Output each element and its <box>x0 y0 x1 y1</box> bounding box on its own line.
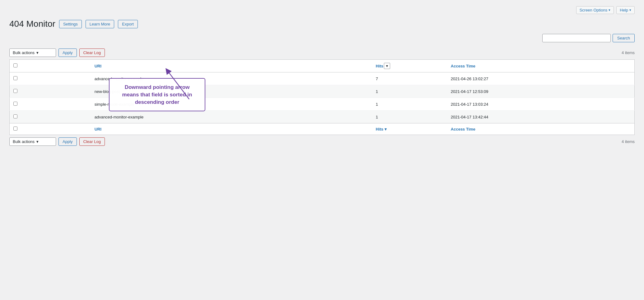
uri-sort-link-footer[interactable]: URI <box>95 127 101 132</box>
chevron-down-icon: ▾ <box>36 50 39 55</box>
select-all-checkbox-top[interactable] <box>13 63 17 67</box>
header-checkbox-col <box>10 60 91 72</box>
sort-desc-arrow-icon: ▾ <box>386 64 388 68</box>
bulk-actions-dropdown-bottom[interactable]: Bulk actions ▾ <box>9 137 56 146</box>
help-button[interactable]: Help ▾ <box>616 6 635 14</box>
chevron-down-icon: ▾ <box>36 139 39 144</box>
select-all-checkbox-bottom[interactable] <box>13 127 17 131</box>
footer-hits: Hits ▾ <box>372 123 447 135</box>
settings-button[interactable]: Settings <box>59 20 82 28</box>
access-time-sort-link[interactable]: Access Time <box>451 64 475 68</box>
row-checkbox[interactable] <box>13 89 17 93</box>
row-access-time: 2021-04-17 13:42:44 <box>447 111 635 123</box>
row-access-time: 2021-04-26 13:02:27 <box>447 72 635 85</box>
help-label: Help <box>620 8 628 12</box>
apply-button-bottom[interactable]: Apply <box>58 137 77 146</box>
header-uri: URI <box>91 60 372 72</box>
row-access-time: 2021-04-17 12:53:09 <box>447 85 635 98</box>
clear-log-button-top[interactable]: Clear Log <box>79 48 105 57</box>
page-header: 404 Monitor Settings Learn More Export <box>9 19 635 29</box>
top-toolbar: Bulk actions ▾ Apply Clear Log 4 items <box>9 46 635 59</box>
footer-access-time: Access Time <box>447 123 635 135</box>
row-checkbox-col <box>10 85 91 98</box>
search-input[interactable] <box>542 34 611 42</box>
items-count-bottom: 4 items <box>622 139 635 144</box>
header-access-time: Access Time <box>447 60 635 72</box>
bulk-actions-label-bottom: Bulk actions <box>13 139 35 144</box>
hits-sort-link-footer[interactable]: Hits ▾ <box>376 127 387 132</box>
search-button[interactable]: Search <box>613 34 635 42</box>
bottom-toolbar: Bulk actions ▾ Apply Clear Log 4 items <box>9 135 635 148</box>
row-uri: advanced-monitor-example <box>91 111 372 123</box>
search-row: Search <box>9 34 635 42</box>
apply-button-top[interactable]: Apply <box>58 48 77 57</box>
row-hits: 1 <box>372 98 447 111</box>
screen-options-label: Screen Options <box>580 8 608 12</box>
row-hits: 1 <box>372 111 447 123</box>
uri-sort-link[interactable]: URI <box>95 64 101 68</box>
export-button[interactable]: Export <box>118 20 138 28</box>
row-checkbox-col <box>10 72 91 85</box>
footer-uri: URI <box>91 123 372 135</box>
bulk-actions-label: Bulk actions <box>13 50 35 55</box>
table-row: new-blog-post 1 2021-04-17 12:53:09 <box>10 85 635 98</box>
row-hits: 1 <box>372 85 447 98</box>
table-row: advanced-monitor-example 1 2021-04-17 13… <box>10 111 635 123</box>
page-title: 404 Monitor <box>9 19 55 29</box>
screen-options-button[interactable]: Screen Options ▾ <box>576 6 614 14</box>
row-checkbox-col <box>10 98 91 111</box>
table-footer-row: URI Hits ▾ Access Time <box>10 123 635 135</box>
table-header-row: URI Hits ▾ Access Time <box>10 60 635 72</box>
annotation-text: Downward pointing arrow means that field… <box>116 84 198 106</box>
hits-sort-box: ▾ <box>384 63 390 69</box>
header-hits: Hits ▾ <box>372 60 447 72</box>
footer-checkbox-col <box>10 123 91 135</box>
row-checkbox-col <box>10 111 91 123</box>
row-checkbox[interactable] <box>13 114 17 118</box>
sort-desc-arrow-footer-icon: ▾ <box>385 127 387 132</box>
learn-more-button[interactable]: Learn More <box>86 20 114 28</box>
annotation-tooltip: Downward pointing arrow means that field… <box>109 78 205 111</box>
clear-log-button-bottom[interactable]: Clear Log <box>79 137 105 146</box>
items-count-top: 4 items <box>622 50 635 55</box>
table-row: simple-mode-example 1 2021-04-17 13:03:2… <box>10 98 635 111</box>
table-container: Downward pointing arrow means that field… <box>9 59 635 135</box>
row-checkbox[interactable] <box>13 102 17 106</box>
row-hits: 7 <box>372 72 447 85</box>
hits-sort-link[interactable]: Hits <box>376 64 384 68</box>
bulk-actions-dropdown[interactable]: Bulk actions ▾ <box>9 48 56 57</box>
row-access-time: 2021-04-17 13:03:24 <box>447 98 635 111</box>
row-checkbox[interactable] <box>13 76 17 80</box>
data-table: URI Hits ▾ Access Time <box>9 59 635 135</box>
access-time-sort-link-footer[interactable]: Access Time <box>451 127 475 132</box>
chevron-down-icon: ▾ <box>629 8 631 12</box>
chevron-down-icon: ▾ <box>609 8 610 12</box>
table-row: advanced-monitor-example 7 2021-04-26 13… <box>10 72 635 85</box>
